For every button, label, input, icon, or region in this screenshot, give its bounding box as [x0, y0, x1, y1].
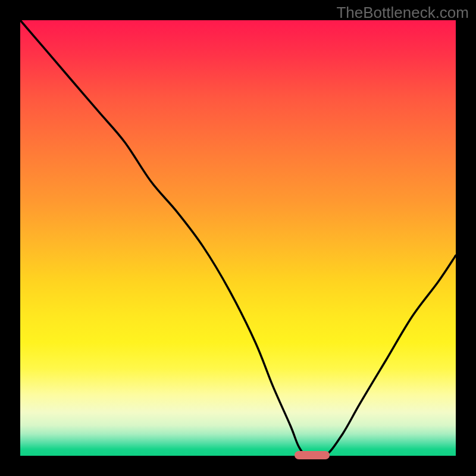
- bottleneck-curve-path: [20, 20, 456, 458]
- plot-area: [20, 20, 456, 456]
- bottleneck-curve-svg: [20, 20, 456, 456]
- watermark-text: TheBottleneck.com: [336, 4, 469, 22]
- optimal-range-marker: [295, 451, 330, 459]
- chart-frame: TheBottleneck.com: [0, 0, 476, 476]
